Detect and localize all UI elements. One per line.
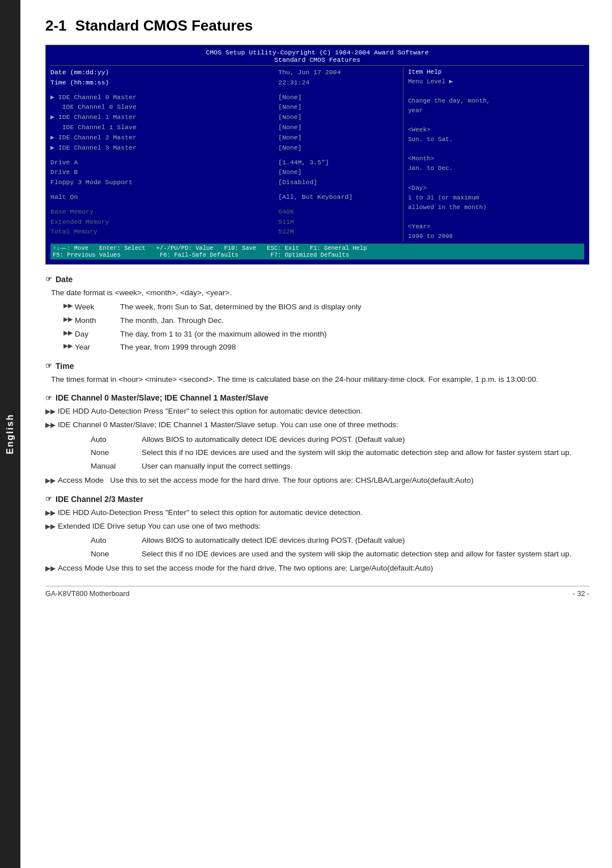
- detail-year-value: The year, from 1999 through 2098: [120, 341, 589, 354]
- ide01-sub-table: Auto Allows BIOS to automatically detect…: [91, 433, 589, 473]
- bios-ide0m-value: [None]: [278, 92, 403, 103]
- bios-halt-label: Halt On: [50, 192, 198, 202]
- bios-header1: CMOS Setup Utility-Copyright (C) 1984-20…: [50, 49, 584, 56]
- bios-ide1s-value: [None]: [278, 122, 403, 133]
- time-section-icon: ☞: [45, 361, 52, 370]
- ide01-manual-value: User can manually input the correct sett…: [142, 460, 589, 473]
- bios-time-value: 22:31:24: [278, 78, 403, 88]
- bios-ide1m-label: ▶ IDE Channel 1 Master: [50, 112, 198, 122]
- ide01-access-bullet: ▶▶ Access Mode Use this to set the acces…: [45, 474, 589, 487]
- doc-heading-time: ☞ Time: [45, 361, 589, 371]
- bios-ide0s-value: [None]: [278, 102, 403, 112]
- bios-time-label: Time (hh:mm:ss): [50, 78, 198, 88]
- detail-week-label: Week: [75, 301, 94, 313]
- detail-year-label: Year: [75, 341, 90, 354]
- bios-ide3m-label: ▶ IDE Channel 3 Master: [50, 143, 198, 153]
- bios-footer: ↑↓→←: Move Enter: Select +/-/PU/PD: Valu…: [50, 244, 584, 259]
- bios-footer-line1: ↑↓→←: Move Enter: Select +/-/PU/PD: Valu…: [53, 245, 582, 252]
- ide23-bullet2: ▶▶ Extended IDE Drive setup You can use …: [45, 520, 589, 533]
- bios-date-value: Thu, Jun 17 2004: [278, 67, 403, 78]
- bios-floppy-value: [Disabled]: [278, 177, 403, 188]
- ide01-none-value: Select this if no IDE devices are used a…: [142, 446, 589, 459]
- bios-floppy: Floppy 3 Mode Support [Disabled]: [50, 177, 403, 188]
- section-heading: Standard CMOS Features: [75, 17, 253, 34]
- sidebar-label: English: [5, 414, 15, 454]
- bios-footer-line2: F5: Previous Values F6: Fail-Safe Defaul…: [53, 252, 582, 258]
- bios-floppy-label: Floppy 3 Mode Support: [50, 177, 198, 188]
- bios-ide0s: IDE Channel 0 Slave [None]: [50, 102, 403, 112]
- ide23-bullet1-text: IDE HDD Auto-Detection Press "Enter" to …: [58, 507, 589, 519]
- ide23-none-label: None: [91, 548, 142, 560]
- section-title: 2-1 Standard CMOS Features: [45, 17, 589, 35]
- date-body: The date format is <week>, <month>, <day…: [51, 287, 589, 299]
- bios-header2: Standard CMOS Features: [50, 56, 584, 63]
- bios-ide2m-value: [None]: [278, 133, 403, 143]
- ide23-bullet2-text: Extended IDE Drive setup You can use one…: [58, 520, 589, 533]
- ide23-access-icon: ▶▶: [45, 562, 58, 574]
- bios-totalmem-value: 512M: [278, 227, 403, 237]
- bios-ide1m: ▶ IDE Channel 1 Master [None]: [50, 112, 403, 122]
- ide01-heading-text: IDE Channel 0 Master/Slave; IDE Channel …: [56, 393, 269, 402]
- date-detail-table: ▶▶Week The week, from Sun to Sat, determ…: [63, 301, 589, 353]
- bios-ide0s-label: IDE Channel 0 Slave: [50, 102, 198, 112]
- bios-totalmem: Total Memory 512M: [50, 227, 403, 237]
- ide23-none-row: None Select this if no IDE devices are u…: [91, 548, 589, 560]
- doc-heading-ide01: ☞ IDE Channel 0 Master/Slave; IDE Channe…: [45, 393, 589, 402]
- bios-screen: CMOS Setup Utility-Copyright (C) 1984-20…: [45, 45, 589, 265]
- ide23-bullet1-icon: ▶▶: [45, 507, 58, 518]
- footer-right: - 32 -: [573, 590, 589, 598]
- bios-basemem-value: 640K: [278, 207, 403, 217]
- ide23-auto-label: Auto: [91, 534, 142, 547]
- ide23-auto-value: Allows BIOS to automatically detect IDE …: [142, 534, 589, 547]
- bios-help-col: Item Help Menu Level ▶ Change the day, m…: [403, 67, 584, 241]
- bios-drivea-value: [1.44M, 3.5"]: [278, 158, 403, 168]
- bios-date-row: Date (mm:dd:yy) Thu, Jun 17 2004: [50, 67, 403, 78]
- bios-totalmem-label: Total Memory: [50, 227, 198, 237]
- ide23-access-text: Access Mode Use this to set the access m…: [58, 562, 589, 575]
- ide01-none-row: None Select this if no IDE devices are u…: [91, 446, 589, 459]
- footer-left: GA-K8VT800 Motherboard: [45, 590, 130, 598]
- bios-basemem-label: Base Memory: [50, 207, 198, 217]
- ide23-auto-row: Auto Allows BIOS to automatically detect…: [91, 534, 589, 547]
- bios-driveb-value: [None]: [278, 167, 403, 177]
- ide23-access-bullet: ▶▶ Access Mode Use this to set the acces…: [45, 562, 589, 575]
- doc-section-date: ☞ Date The date format is <week>, <month…: [45, 275, 589, 354]
- ide01-bullet1: ▶▶ IDE HDD Auto-Detection Press "Enter" …: [45, 405, 589, 418]
- section-num: 2-1: [45, 17, 67, 34]
- detail-month-label: Month: [75, 314, 96, 327]
- ide01-none-label: None: [91, 446, 142, 459]
- bios-time-row: Time (hh:mm:ss) 22:31:24: [50, 78, 403, 88]
- ide01-access-text: Access Mode Use this to set the access m…: [58, 474, 589, 487]
- ide01-auto-row: Auto Allows BIOS to automatically detect…: [91, 433, 589, 446]
- ide01-manual-row: Manual User can manually input the corre…: [91, 460, 589, 473]
- ide23-bullet2-icon: ▶▶: [45, 520, 58, 532]
- detail-year: ▶▶Year The year, from 1999 through 2098: [63, 341, 589, 354]
- bios-basemem: Base Memory 640K: [50, 207, 403, 217]
- bios-extmem-value: 511M: [278, 217, 403, 227]
- detail-month-value: The month, Jan. Through Dec.: [120, 314, 589, 327]
- bios-driveb: Drive B [None]: [50, 167, 403, 177]
- detail-day-value: The day, from 1 to 31 (or the maximum al…: [120, 328, 589, 341]
- ide01-bullet1-text: IDE HDD Auto-Detection Press "Enter" to …: [58, 405, 589, 418]
- bios-driveb-label: Drive B: [50, 167, 198, 177]
- time-heading-text: Time: [56, 361, 74, 371]
- date-heading-text: Date: [56, 275, 73, 284]
- main-content: 2-1 Standard CMOS Features CMOS Setup Ut…: [28, 0, 612, 620]
- bios-halt-value: [All, But Keyboard]: [278, 192, 403, 202]
- bios-extmem: Extended Memory 511M: [50, 217, 403, 227]
- time-body: The times format in <hour> <minute> <sec…: [51, 373, 589, 386]
- ide23-section-icon: ☞: [45, 495, 52, 503]
- detail-day-label: Day: [75, 328, 88, 341]
- ide01-access-icon: ▶▶: [45, 474, 58, 486]
- doc-heading-date: ☞ Date: [45, 275, 589, 284]
- sidebar: English: [0, 0, 20, 868]
- ide23-none-value: Select this if no IDE devices are used a…: [142, 548, 589, 560]
- doc-section-ide01: ☞ IDE Channel 0 Master/Slave; IDE Channe…: [45, 393, 589, 487]
- date-section-icon: ☞: [45, 275, 52, 283]
- bios-ide3m-value: [None]: [278, 143, 403, 153]
- ide01-manual-label: Manual: [91, 460, 142, 473]
- bios-drivea-label: Drive A: [50, 158, 198, 168]
- ide23-sub-table: Auto Allows BIOS to automatically detect…: [91, 534, 589, 560]
- bios-drivea: Drive A [1.44M, 3.5"]: [50, 158, 403, 168]
- ide01-auto-label: Auto: [91, 433, 142, 446]
